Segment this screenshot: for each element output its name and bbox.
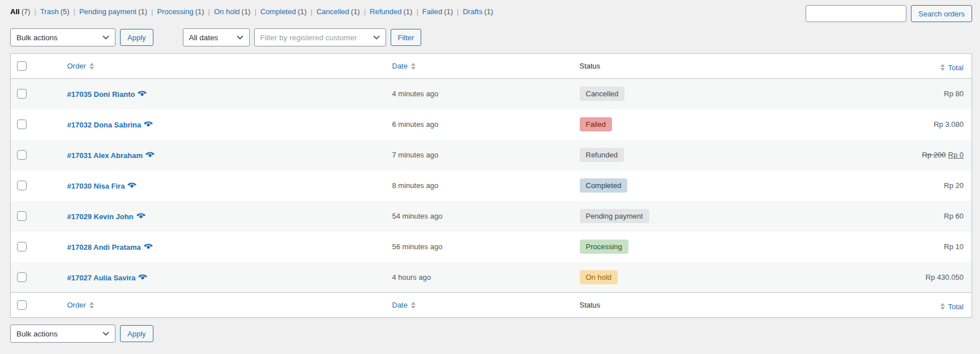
preview-eye-icon[interactable] [135,89,149,98]
status-badge: Refunded [580,148,624,162]
table-footer: Order Date Status Total [11,293,972,318]
row-checkbox[interactable] [17,272,27,282]
table-header: Order Date Status Total [11,54,972,79]
orders-page: All(7) Trash(5) Pending payment(1) Proce… [0,0,980,343]
refunded-total: Rp 0 [948,151,964,159]
dates-filter-select[interactable]: All dates [183,28,250,46]
order-row: #17035 Doni Rianto 4 minutes ago Cancell… [11,79,972,109]
select-all-checkbox[interactable] [17,61,27,71]
status-badge: Processing [580,240,628,254]
top-row: All(7) Trash(5) Pending payment(1) Proce… [10,5,972,25]
tablenav-top: Bulk actions Apply All dates Filter by r… [10,28,972,46]
order-date: 4 minutes ago [379,79,574,109]
filter-link-refunded[interactable]: Refunded(1) [370,7,412,16]
sort-arrows-icon [940,303,945,310]
order-total: Rp 60 [818,201,972,232]
chevron-down-icon [102,331,109,336]
order-total: Rp 430.050 [818,262,972,293]
order-date: 54 minutes ago [379,201,574,232]
filter-link-all[interactable]: All(7) [10,7,31,16]
preview-eye-icon[interactable] [141,120,156,129]
original-total: Rp 200 [922,151,946,159]
order-row: #17031 Alex Abraham 7 minutes ago Refund… [11,140,972,170]
apply-button-bottom[interactable]: Apply [120,325,153,342]
bulk-actions-select[interactable]: Bulk actions [10,28,115,46]
order-row: #17032 Dona Sabrina 6 minutes ago Failed… [11,109,972,140]
order-link[interactable]: #17032 Dona Sabrina [67,121,142,129]
sort-by-order[interactable]: Order [67,301,94,309]
row-checkbox[interactable] [17,181,27,190]
order-link[interactable]: #17030 Nisa Fira [67,182,125,190]
sort-arrows-icon [940,64,945,71]
search-orders-input[interactable] [806,5,906,22]
sort-by-date[interactable]: Date [392,62,416,70]
filter-link-pending-payment[interactable]: Pending payment(1) [79,7,147,16]
status-badge: Cancelled [580,87,625,101]
customer-filter-select[interactable]: Filter by registered customer [254,28,386,46]
order-total: Rp 10 [818,232,972,262]
status-badge: Failed [580,117,612,131]
sort-by-total[interactable]: Total [940,302,964,311]
order-link[interactable]: #17031 Alex Abraham [67,151,143,160]
order-date: 4 hours ago [379,262,574,293]
preview-eye-icon[interactable] [135,272,150,282]
row-checkbox[interactable] [17,242,27,251]
chevron-down-icon [373,35,380,40]
order-total: Rp 3.080 [818,109,972,140]
preview-eye-icon[interactable] [141,242,156,251]
preview-eye-icon[interactable] [143,150,157,159]
filter-link-trash[interactable]: Trash(5) [40,7,70,16]
filter-link-processing[interactable]: Processing(1) [157,7,204,16]
status-column-header: Status [580,301,601,309]
apply-button[interactable]: Apply [120,29,153,46]
order-date: 56 minutes ago [379,232,574,262]
order-row: #17027 Aulia Savira 4 hours ago On hold … [11,262,972,293]
order-total: Rp 80 [818,79,972,109]
chevron-down-icon [102,35,109,40]
preview-eye-icon[interactable] [125,181,139,190]
chevron-down-icon [237,35,243,40]
filter-button[interactable]: Filter [391,29,422,46]
search-box: Search orders [806,5,972,22]
order-row: #17028 Andi Pratama 56 minutes ago Proce… [11,232,972,262]
tablenav-bottom: Bulk actions Apply [10,325,972,343]
order-date: 7 minutes ago [379,140,574,170]
order-total-refunded: Rp 200Rp 0 [818,140,972,170]
order-date: 8 minutes ago [379,170,574,201]
sort-arrows-icon [89,63,94,70]
sort-arrows-icon [89,302,94,309]
sort-by-total[interactable]: Total [940,63,964,72]
order-row: #17029 Kevin John 54 minutes ago Pending… [11,201,972,232]
filter-link-drafts[interactable]: Drafts(1) [463,7,493,16]
sort-arrows-icon [411,63,416,70]
order-link[interactable]: #17027 Aulia Savira [67,274,136,282]
select-all-checkbox[interactable] [17,300,27,310]
filter-link-failed[interactable]: Failed(1) [422,7,453,16]
order-total: Rp 20 [818,170,972,201]
order-link[interactable]: #17035 Doni Rianto [67,90,135,99]
row-checkbox[interactable] [17,120,27,129]
status-badge: Pending payment [580,209,649,223]
row-checkbox[interactable] [17,150,27,160]
row-checkbox[interactable] [17,89,27,99]
order-date: 6 minutes ago [379,109,574,140]
filter-link-on-hold[interactable]: On hold(1) [214,7,250,16]
status-filter-list: All(7) Trash(5) Pending payment(1) Proce… [10,5,493,16]
sort-by-date[interactable]: Date [392,301,416,309]
order-link[interactable]: #17028 Andi Pratama [67,243,141,251]
row-checkbox[interactable] [17,211,27,221]
filter-link-cancelled[interactable]: Cancelled(1) [316,7,360,16]
bulk-actions-select-bottom[interactable]: Bulk actions [10,325,115,343]
sort-by-order[interactable]: Order [67,62,94,70]
order-link[interactable]: #17029 Kevin John [67,212,134,221]
status-badge: On hold [580,270,618,284]
order-row: #17030 Nisa Fira 8 minutes ago Completed… [11,170,972,201]
orders-table: Order Date Status Total #17035 Doni Rian… [10,53,972,318]
preview-eye-icon[interactable] [134,211,148,220]
search-orders-button[interactable]: Search orders [911,5,972,22]
sort-arrows-icon [411,302,416,309]
status-column-header: Status [580,62,601,70]
filter-link-completed[interactable]: Completed(1) [260,7,307,16]
status-badge: Completed [580,178,628,193]
